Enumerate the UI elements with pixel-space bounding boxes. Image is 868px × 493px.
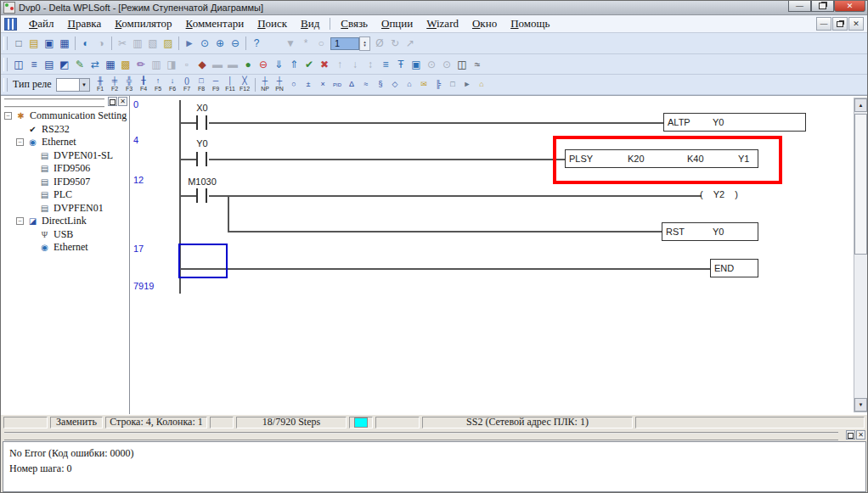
instruction-box-rst[interactable]: RST Y0: [662, 222, 758, 241]
scroll-down-icon[interactable]: ▼: [854, 398, 867, 412]
ladder-view-icon[interactable]: ≡: [26, 57, 42, 72]
menu-поиск[interactable]: Поиск: [251, 16, 294, 31]
monitor-edit-icon[interactable]: ↕: [363, 57, 378, 72]
contact-no-button[interactable]: ╫F1: [93, 76, 108, 93]
vertical-line-button[interactable]: │F11: [223, 76, 238, 93]
gold-home-wizard-icon[interactable]: ⌂: [475, 76, 489, 93]
refresh-icon[interactable]: ↻: [387, 36, 403, 51]
tree-item-ifd9507[interactable]: ▤IFD9507: [1, 176, 129, 189]
scrollbar-thumb[interactable]: [854, 114, 867, 255]
menu-файл[interactable]: Файл: [22, 16, 61, 31]
output-coil[interactable]: Y2: [700, 189, 738, 199]
row-number-spinner[interactable]: ▴▾: [359, 36, 370, 51]
relay-type-combobox[interactable]: ▼: [56, 78, 90, 92]
bracket-wizard-icon[interactable]: ╠: [431, 76, 446, 93]
instruction-box-end[interactable]: END: [710, 259, 758, 277]
pin-icon[interactable]: [108, 97, 117, 106]
save-all-icon[interactable]: ▦: [57, 36, 72, 51]
contact-symbol[interactable]: [206, 188, 207, 203]
instruction-box-altp[interactable]: ALTP Y0: [663, 113, 806, 132]
force-off-icon[interactable]: ↓: [347, 57, 363, 72]
stop-icon[interactable]: Ø: [372, 36, 387, 51]
contact-symbol[interactable]: [206, 152, 207, 166]
zoom-out-icon[interactable]: ⊖: [228, 36, 243, 51]
toolbar-grip[interactable]: [3, 58, 8, 71]
tree-item-dvpfen01[interactable]: ▤DVPFEN01: [1, 202, 129, 216]
row-number-field[interactable]: 1: [330, 37, 359, 50]
horizontal-line-button[interactable]: ─F9: [209, 76, 223, 93]
rising-edge-button[interactable]: ↑F5: [151, 76, 166, 93]
compile-icon[interactable]: ◆: [194, 57, 210, 72]
format-columns-icon[interactable]: Ŧ: [393, 57, 409, 72]
vertical-scrollbar[interactable]: ▲ ▼: [854, 98, 868, 412]
zoom-monitor-icon[interactable]: ⊙: [424, 57, 439, 72]
open-file-icon[interactable]: ▤: [26, 36, 42, 51]
menu-правка[interactable]: Правка: [61, 16, 109, 31]
eraser-icon[interactable]: ▨: [161, 36, 176, 51]
paste-icon[interactable]: ▧: [145, 36, 161, 51]
output-coil-button[interactable]: ()F7: [180, 76, 194, 93]
force-on-icon[interactable]: ↑: [332, 57, 347, 72]
tree-item-usb[interactable]: ΨUSB: [1, 228, 129, 242]
step-wizard-icon[interactable]: §: [374, 76, 388, 93]
alt-wizard-icon[interactable]: ±: [302, 76, 316, 93]
print-preview-icon[interactable]: ◨: [164, 57, 179, 72]
toolbar-grip[interactable]: [3, 36, 8, 50]
swap-mode-icon[interactable]: ⇄: [87, 57, 103, 72]
counter-wizard-icon[interactable]: ○: [287, 76, 302, 93]
network-icon[interactable]: ◫: [454, 57, 470, 72]
mail-wizard-icon[interactable]: ✉: [417, 76, 431, 93]
tree-item-dvpen01-sl[interactable]: ▤DVPEN01-SL: [1, 149, 129, 163]
contact-nc-button[interactable]: ╪F2: [108, 76, 122, 93]
device-table-icon[interactable]: ▦: [103, 57, 118, 72]
page-setup-icon[interactable]: ▫: [179, 57, 194, 72]
simulator-zero-icon[interactable]: ○: [313, 36, 329, 51]
scroll-up-icon[interactable]: ▲: [854, 98, 867, 112]
contact-symbol[interactable]: [196, 188, 198, 203]
ladder-monitor-icon[interactable]: ◐: [78, 36, 93, 51]
menu-компилятор[interactable]: Компилятор: [108, 16, 178, 31]
child-minimize-button[interactable]: —: [816, 17, 831, 31]
download-program-icon[interactable]: ⇓: [271, 57, 286, 72]
restore-button[interactable]: [811, 1, 834, 12]
edit-pen-icon[interactable]: ✏: [133, 57, 149, 72]
expander-minus-icon[interactable]: −: [16, 217, 24, 225]
zoom-icon[interactable]: ⊙: [197, 36, 212, 51]
pn-contact-button[interactable]: ┼PN: [273, 76, 287, 93]
np-contact-button[interactable]: ┼NP: [258, 76, 273, 93]
parallel-no-button[interactable]: ╬F3: [122, 76, 137, 93]
scale-wizard-icon[interactable]: Δ: [345, 76, 359, 93]
contact-symbol[interactable]: [206, 115, 207, 130]
run-plc-icon[interactable]: ●: [240, 57, 256, 72]
output-panel-header[interactable]: ✕: [1, 429, 867, 440]
help-icon[interactable]: ?: [249, 36, 264, 51]
menu-вид[interactable]: Вид: [294, 16, 326, 31]
print-icon[interactable]: ▥: [149, 57, 164, 72]
flow-wizard-icon[interactable]: ►: [460, 76, 475, 93]
pid-wizard-icon[interactable]: PID: [330, 76, 345, 93]
expander-minus-icon[interactable]: −: [16, 138, 24, 146]
selected-cell[interactable]: [178, 244, 228, 278]
math-wizard-icon[interactable]: ×: [316, 76, 330, 93]
cut-icon[interactable]: ✂: [115, 36, 130, 51]
pin-icon[interactable]: [846, 430, 855, 440]
tree-item-ethernet[interactable]: −◉Ethernet: [1, 136, 129, 149]
close-icon[interactable]: ✕: [856, 430, 865, 440]
contact-symbol[interactable]: [196, 152, 198, 166]
zoom-in-icon[interactable]: ⊕: [212, 36, 228, 51]
menu-окно[interactable]: Окно: [465, 16, 504, 31]
child-close-button[interactable]: ✕: [848, 17, 864, 31]
dock-grip[interactable]: [4, 432, 838, 441]
format-rows-icon[interactable]: ≡: [378, 57, 393, 72]
chevron-down-icon[interactable]: ▼: [79, 79, 89, 91]
document-wizard-icon[interactable]: □: [446, 76, 460, 93]
minimize-button[interactable]: —: [788, 1, 811, 12]
delete-line-button[interactable]: ╳F12: [238, 76, 252, 93]
copy-icon[interactable]: ▥: [130, 36, 145, 51]
menu-wizard[interactable]: Wizard: [420, 16, 465, 31]
menu-комментари[interactable]: Комментари: [179, 16, 251, 31]
tree-item-plc[interactable]: ▤PLC: [1, 188, 129, 202]
falling-edge-button[interactable]: ↓F6: [166, 76, 180, 93]
close-icon[interactable]: ✕: [118, 97, 127, 106]
menu-связь[interactable]: Связь: [334, 16, 375, 31]
